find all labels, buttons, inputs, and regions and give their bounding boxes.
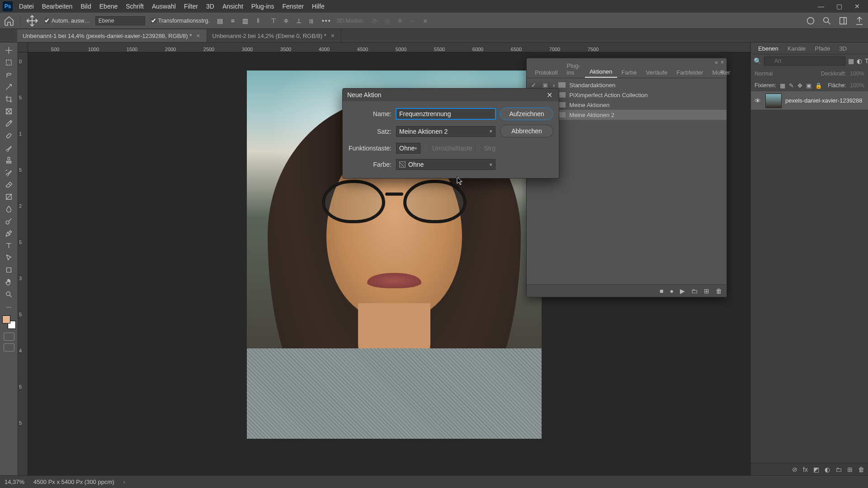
menu-3d[interactable]: 3D — [206, 3, 214, 10]
pen-tool[interactable] — [1, 227, 17, 239]
fx-icon[interactable]: fx — [803, 466, 808, 473]
fill-value[interactable]: 100% — [850, 82, 864, 89]
new-action-icon[interactable]: ⊞ — [704, 287, 709, 295]
trash-icon[interactable]: 🗑 — [716, 287, 722, 295]
toggle-visible-icon[interactable]: ✓ — [529, 82, 538, 89]
minimize-button[interactable]: — — [813, 2, 829, 11]
ruler-vertical[interactable]: 0 5 1 5 2 5 3 5 4 5 5 — [18, 52, 28, 475]
wand-tool[interactable] — [1, 81, 17, 93]
align-right-icon[interactable]: ▥ — [241, 16, 250, 26]
eyedropper-tool[interactable] — [1, 117, 17, 130]
menu-type[interactable]: Schrift — [126, 3, 144, 10]
visibility-icon[interactable]: 👁 — [754, 97, 762, 104]
lasso-tool[interactable] — [1, 69, 17, 81]
ruler-horizontal[interactable]: 500 1000 1500 2000 2500 3000 3500 4000 4… — [28, 42, 750, 52]
transform-ctrls-checkbox[interactable] — [151, 18, 156, 23]
heal-tool[interactable] — [1, 130, 17, 142]
path-select-tool[interactable] — [1, 252, 17, 264]
menu-filter[interactable]: Filter — [184, 3, 198, 10]
close-tab-icon[interactable]: × — [331, 32, 335, 39]
menu-window[interactable]: Fenster — [282, 3, 303, 10]
record-icon[interactable]: ● — [670, 287, 674, 295]
zoom-tool[interactable] — [1, 288, 17, 300]
move-tool[interactable] — [1, 44, 17, 56]
align-left-icon[interactable]: ▤ — [215, 16, 225, 26]
lock-paint-icon[interactable]: ✎ — [789, 82, 794, 89]
crop-tool[interactable] — [1, 93, 17, 105]
filter-pixel-icon[interactable]: ▦ — [848, 56, 854, 66]
filter-adjust-icon[interactable]: ◐ — [857, 56, 862, 66]
collapse-icon[interactable]: « — [715, 59, 718, 66]
layer-filter-input[interactable] — [764, 56, 845, 66]
close-panel-icon[interactable]: × — [721, 59, 724, 66]
filter-type-icon[interactable]: T — [865, 56, 868, 66]
distribute-h-icon[interactable]: ⫴ — [253, 16, 263, 26]
lock-pos-icon[interactable]: ✥ — [797, 82, 802, 89]
play-icon[interactable]: ▶ — [680, 287, 685, 295]
more-options-icon[interactable]: ••• — [322, 17, 331, 24]
menu-image[interactable]: Bild — [80, 3, 91, 10]
dialog-close-button[interactable]: ✕ — [544, 90, 554, 100]
stamp-tool[interactable] — [1, 154, 17, 166]
tab-color[interactable]: Farbe — [617, 67, 642, 78]
menu-select[interactable]: Auswahl — [152, 3, 176, 10]
color-swatches[interactable] — [2, 315, 16, 329]
delete-layer-icon[interactable]: 🗑 — [858, 466, 864, 473]
align-bottom-icon[interactable]: ⊥ — [294, 16, 304, 26]
adjustment-icon[interactable]: ◐ — [825, 466, 830, 473]
hand-tool[interactable] — [1, 276, 17, 288]
ruler-origin[interactable] — [18, 42, 28, 52]
cancel-button[interactable]: Abbrechen — [500, 125, 553, 137]
auto-select-check[interactable]: Autom. ausw… — [44, 18, 90, 24]
record-button[interactable]: Aufzeichnen — [500, 108, 553, 120]
menu-help[interactable]: Hilfe — [312, 3, 325, 10]
marquee-tool[interactable] — [1, 56, 17, 69]
menu-view[interactable]: Ansicht — [222, 3, 243, 10]
lock-trans-icon[interactable]: ▦ — [780, 82, 785, 89]
zoom-level[interactable]: 14,37% — [5, 479, 24, 485]
tab-plugins[interactable]: Plug-ins — [562, 61, 585, 78]
menu-edit[interactable]: Bearbeiten — [42, 3, 73, 10]
group-icon[interactable]: 🗀 — [835, 466, 842, 473]
eraser-tool[interactable] — [1, 178, 17, 191]
menu-layer[interactable]: Ebene — [99, 3, 118, 10]
align-middle-icon[interactable]: ≑ — [281, 16, 291, 26]
gradient-tool[interactable] — [1, 191, 17, 203]
distribute-v-icon[interactable]: ⫼ — [307, 16, 316, 26]
menu-file[interactable]: Datei — [19, 3, 34, 10]
doc-info[interactable]: 4500 Px x 5400 Px (300 ppcm) — [33, 479, 114, 485]
tab-swatches[interactable]: Farbfelder — [672, 67, 708, 78]
edit-toolbar[interactable]: ··· — [1, 300, 17, 313]
move-tool-icon[interactable] — [26, 14, 38, 27]
fkey-select[interactable]: Ohne▾ — [396, 143, 420, 154]
doc-tab-1[interactable]: Unbenannt-1 bei 14,4% (pexels-daniel-xav… — [17, 29, 207, 42]
doc-info-chevron-icon[interactable]: › — [123, 479, 125, 485]
auto-select-checkbox[interactable] — [44, 18, 50, 23]
layer-dropdown[interactable]: Ebene — [95, 16, 145, 25]
align-center-h-icon[interactable]: ≡ — [228, 16, 238, 26]
tab-layers[interactable]: Ebenen — [754, 43, 783, 54]
share-icon[interactable] — [854, 16, 864, 26]
tab-channels[interactable]: Kanäle — [783, 43, 810, 54]
disclosure-icon[interactable]: › — [553, 82, 555, 89]
lock-all-icon[interactable]: 🔒 — [815, 82, 822, 89]
maximize-button[interactable]: ▢ — [831, 2, 847, 11]
layer-row[interactable]: 👁 pexels-daniel-xavier-1239288 — [751, 91, 868, 110]
history-brush-tool[interactable] — [1, 166, 17, 178]
new-set-icon[interactable]: 🗀 — [691, 287, 698, 295]
cloud-icon[interactable] — [806, 16, 816, 26]
type-tool[interactable] — [1, 239, 17, 252]
tab-gradients[interactable]: Verläufe — [642, 67, 672, 78]
tab-actions[interactable]: Aktionen — [585, 66, 617, 78]
blur-tool[interactable] — [1, 203, 17, 215]
frame-tool[interactable] — [1, 105, 17, 117]
close-window-button[interactable]: ✕ — [849, 2, 865, 11]
layer-thumbnail[interactable] — [765, 94, 782, 108]
search-icon[interactable] — [822, 16, 832, 26]
toggle-dialog-icon[interactable]: ▣ — [541, 82, 549, 89]
set-select[interactable]: Meine Aktionen 2▾ — [396, 126, 495, 137]
brush-tool[interactable] — [1, 142, 17, 154]
new-layer-icon[interactable]: ⊞ — [847, 466, 853, 473]
mask-icon[interactable]: ◩ — [813, 466, 819, 473]
foreground-swatch[interactable] — [2, 315, 10, 324]
